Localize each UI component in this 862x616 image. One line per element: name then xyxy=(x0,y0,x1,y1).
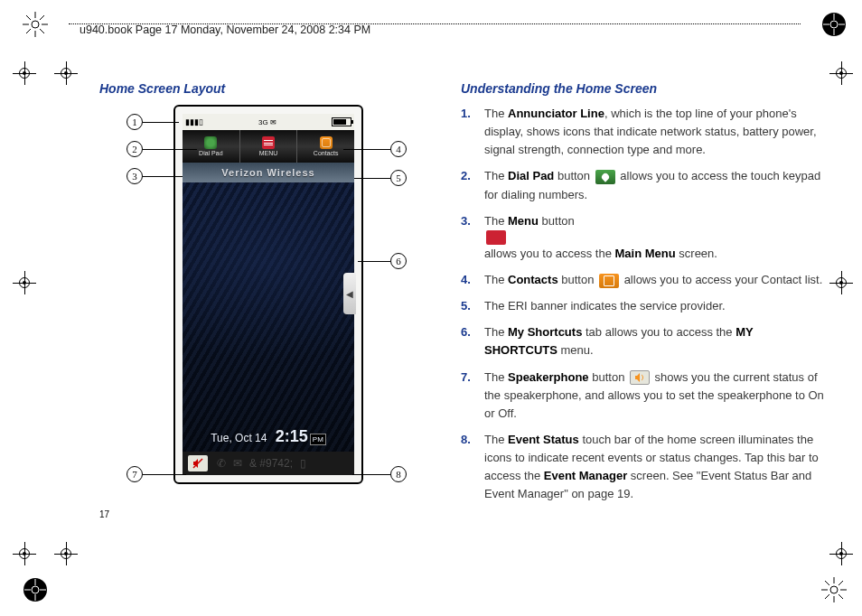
item-body: The ERI banner indicates the service pro… xyxy=(484,297,826,315)
svg-line-26 xyxy=(825,581,829,585)
message-icon: ✉ xyxy=(233,457,242,470)
item-number: 5. xyxy=(461,297,484,315)
svg-line-5 xyxy=(26,15,31,20)
crop-mark-icon xyxy=(829,271,853,294)
crop-mark-icon xyxy=(829,61,853,85)
list-item: 1.The Annunciator Line, which is the top… xyxy=(461,105,826,159)
list-item: 2.The Dial Pad button allows you to acce… xyxy=(461,167,826,203)
speaker-off-icon xyxy=(192,457,204,470)
item-number: 6. xyxy=(461,323,484,359)
phone-diagram: ▮▮▮▯ 3G ✉ Dial Pad MENU xyxy=(126,105,398,502)
phone-outline: ▮▮▮▯ 3G ✉ Dial Pad MENU xyxy=(173,105,363,484)
item-body: The Dial Pad button allows you to access… xyxy=(484,167,826,203)
item-number: 8. xyxy=(461,431,484,504)
svg-line-8 xyxy=(40,15,44,20)
callout-lead xyxy=(352,474,390,475)
status-icons-row: ✆ ✉ & #9742; ▯ xyxy=(217,457,306,470)
item-number: 7. xyxy=(461,369,484,423)
callout-lead xyxy=(354,178,390,179)
callout-5: 5 xyxy=(390,170,407,186)
list-item: 3.The Menu button allows you to access t… xyxy=(461,212,826,263)
callout-6: 6 xyxy=(390,253,407,269)
dial-pad-label: Dial Pad xyxy=(199,150,222,156)
callout-lead xyxy=(143,176,183,177)
list-item: 5.The ERI banner indicates the service p… xyxy=(461,297,826,315)
item-number: 2. xyxy=(461,167,484,203)
svg-line-27 xyxy=(839,594,843,599)
speaker-icon xyxy=(630,370,650,385)
document-header: u940.book Page 17 Monday, November 24, 2… xyxy=(80,23,370,36)
crop-mark-icon xyxy=(13,61,36,85)
time-text: 2:15 xyxy=(276,427,308,445)
ampm-text: PM xyxy=(310,434,326,445)
callout-8: 8 xyxy=(390,466,407,482)
list-item: 7.The Speakerphone button shows you the … xyxy=(461,369,826,423)
contacts-icon xyxy=(599,274,619,288)
contacts-button[interactable]: Contacts xyxy=(296,130,354,163)
svg-point-21 xyxy=(830,586,838,593)
item-number: 4. xyxy=(461,271,484,289)
menu-icon xyxy=(262,136,275,149)
item-body: The Annunciator Line, which is the top l… xyxy=(484,105,826,159)
status-icons: 3G ✉ xyxy=(258,118,276,126)
annunciator-line: ▮▮▮▯ 3G ✉ xyxy=(183,114,354,130)
registration-sun-icon xyxy=(22,576,49,603)
toolbar: Dial Pad MENU Contacts xyxy=(183,130,354,163)
contacts-icon xyxy=(320,136,333,149)
description-list: 1.The Annunciator Line, which is the top… xyxy=(461,105,826,504)
dial-pad-button[interactable]: Dial Pad xyxy=(183,130,239,163)
menu-button[interactable]: MENU xyxy=(239,130,297,163)
callout-1: 1 xyxy=(126,114,143,130)
clock-row: Tue, Oct 14 2:15PM xyxy=(183,427,354,446)
svg-line-29 xyxy=(839,581,843,585)
callout-lead xyxy=(143,122,179,123)
item-body: The Contacts button allows you to access… xyxy=(484,271,826,289)
callout-lead xyxy=(143,149,197,150)
speakerphone-button[interactable] xyxy=(188,455,208,471)
dial-pad-icon xyxy=(204,136,217,149)
svg-line-7 xyxy=(26,29,31,33)
signal-icon: ▮▮▮▯ xyxy=(185,117,203,126)
registration-sun-icon xyxy=(820,11,848,38)
svg-line-28 xyxy=(825,594,829,599)
phone-screen: ▮▮▮▯ 3G ✉ Dial Pad MENU xyxy=(183,114,354,475)
crop-mark-icon xyxy=(829,542,853,565)
callout-lead xyxy=(358,261,390,262)
item-body: The Menu button allows you to access the… xyxy=(484,212,826,263)
callout-2: 2 xyxy=(126,141,143,157)
menu-icon xyxy=(486,230,506,245)
callout-3: 3 xyxy=(126,168,143,184)
device-icon: ▯ xyxy=(300,457,306,470)
callout-lead xyxy=(343,149,390,150)
callout-4: 4 xyxy=(390,141,407,157)
callout-lead xyxy=(143,474,186,475)
dial-pad-icon xyxy=(595,170,615,184)
callout-7: 7 xyxy=(126,466,143,482)
svg-point-0 xyxy=(32,21,39,28)
my-shortcuts-tab[interactable]: ◀ xyxy=(343,273,356,314)
event-status-bar[interactable]: ✆ ✉ & #9742; ▯ xyxy=(183,452,354,475)
battery-icon xyxy=(332,117,351,126)
item-body: The My Shortcuts tab allows you to acces… xyxy=(484,323,826,359)
item-number: 3. xyxy=(461,212,484,263)
voicemail-icon: & #9742; xyxy=(249,457,293,470)
list-item: 6.The My Shortcuts tab allows you to acc… xyxy=(461,323,826,359)
menu-label: MENU xyxy=(259,150,278,156)
eri-banner: Verizon Wireless xyxy=(183,163,354,182)
registration-sun-icon xyxy=(820,576,848,603)
item-body: The Event Status touch bar of the home s… xyxy=(484,431,826,504)
wallpaper: ◀ Tue, Oct 14 2:15PM xyxy=(183,182,354,452)
crop-mark-icon xyxy=(54,542,78,565)
crop-mark-icon xyxy=(54,61,78,85)
missed-call-icon: ✆ xyxy=(217,457,226,470)
crop-mark-icon xyxy=(13,271,36,294)
section-title-understanding: Understanding the Home Screen xyxy=(461,81,826,96)
contacts-label: Contacts xyxy=(314,150,339,156)
registration-sun-icon xyxy=(22,11,49,38)
item-number: 1. xyxy=(461,105,484,159)
svg-line-6 xyxy=(40,29,44,33)
date-text: Tue, Oct 14 xyxy=(211,432,267,444)
list-item: 8.The Event Status touch bar of the home… xyxy=(461,431,826,504)
page-number: 17 xyxy=(99,509,109,519)
crop-mark-icon xyxy=(13,542,36,565)
